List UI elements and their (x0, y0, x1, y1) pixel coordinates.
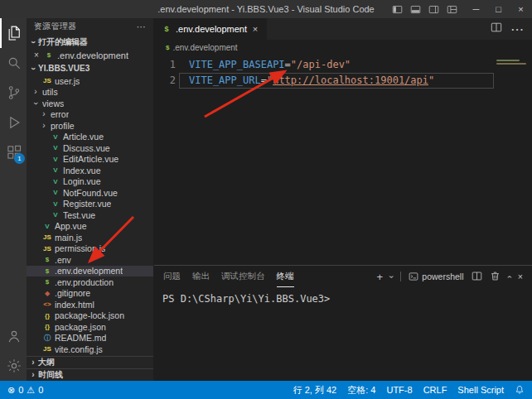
code-lines: VITE_APP_BASEAPI="/api-dev"VITE_APP_URL=… (179, 57, 494, 265)
run-debug-icon[interactable] (0, 108, 27, 137)
project-header[interactable]: › YI.BBS.VUE3 (27, 61, 153, 75)
status-item[interactable]: 空格: 4 (347, 384, 375, 397)
new-terminal-icon[interactable]: + (376, 272, 383, 282)
tree-item-README.md[interactable]: ⓘREADME.md (27, 333, 153, 344)
file-name: vite.config.js (55, 344, 103, 354)
tree-item-Test.vue[interactable]: VTest.vue (27, 209, 153, 221)
close-panel-icon[interactable]: × (518, 272, 523, 281)
panel-tab-问题[interactable]: 问题 (163, 267, 181, 287)
timeline-section[interactable]: › 时间线 (27, 369, 153, 381)
source-control-icon[interactable] (0, 78, 27, 108)
tree-item-Index.vue[interactable]: VIndex.vue (27, 165, 153, 176)
split-editor-icon[interactable] (491, 22, 502, 36)
tree-item-package.json[interactable]: {}package.json (27, 321, 153, 333)
tree-item-.gitignore[interactable]: ◆.gitignore (27, 288, 153, 300)
status-item[interactable]: 行 2, 列 42 (293, 384, 337, 397)
settings-gear-icon[interactable] (0, 351, 27, 381)
open-editors-header[interactable]: › 打开的编辑器 (27, 35, 153, 49)
tree-item-EditArticle.vue[interactable]: VEditArticle.vue (27, 154, 153, 166)
breadcrumb[interactable]: $ .env.development (154, 40, 532, 55)
file-name: .env.development (55, 266, 123, 276)
close-editor-icon[interactable]: × (32, 50, 41, 60)
code-editor[interactable]: 12 VITE_APP_BASEAPI="/api-dev"VITE_APP_U… (154, 55, 532, 265)
minimize-icon[interactable]: ─ (465, 0, 487, 18)
panel-tab-输出[interactable]: 输出 (192, 267, 210, 287)
html-file-icon: <> (42, 300, 52, 308)
sidebar-bottom-sections: › 大纲 › 时间线 (27, 356, 153, 381)
toggle-sidebar-icon[interactable] (389, 1, 405, 17)
terminal-content[interactable]: PS D:\CSharp\Yi\Yi.BBS.Vue3> (154, 287, 532, 381)
notifications-bell-icon[interactable] (515, 385, 525, 395)
close-tab-icon[interactable]: × (251, 24, 259, 34)
tree-item-Discuss.vue[interactable]: VDiscuss.vue (27, 142, 153, 154)
split-terminal-icon[interactable] (472, 271, 482, 283)
tree-item-NotFound.vue[interactable]: VNotFound.vue (27, 187, 153, 199)
shell-file-icon: $ (42, 267, 52, 275)
extensions-icon[interactable]: 1 (0, 137, 27, 167)
tree-item-utils[interactable]: ›utils (27, 87, 153, 99)
json-file-icon: {} (42, 323, 52, 330)
warning-icon: ⚠ (27, 385, 35, 396)
tree-item-vite.config.js[interactable]: JSvite.config.js (27, 344, 153, 355)
more-actions-icon[interactable]: ⋯ (137, 22, 146, 32)
tree-item-index.html[interactable]: <>index.html (27, 299, 153, 310)
terminal-dropdown-icon[interactable]: › (387, 275, 396, 277)
chevron-down-icon: › (29, 65, 37, 73)
code-token: " (428, 75, 434, 86)
editor-actions: ⋯ (491, 18, 532, 40)
panel-tab-调试控制台[interactable]: 调试控制台 (221, 267, 265, 287)
vscode-window: .env.development - Yi.BBS.Vue3 - Visual … (0, 0, 532, 399)
status-bar: ⊗ 0 ⚠ 0 行 2, 列 42空格: 4UTF-8CRLFShell Scr… (0, 381, 532, 399)
outline-section[interactable]: › 大纲 (27, 357, 153, 369)
tree-item-App.vue[interactable]: VApp.vue (27, 221, 153, 233)
status-item[interactable]: UTF-8 (386, 385, 412, 395)
file-name: App.vue (55, 221, 87, 231)
tree-item-.env.development[interactable]: $.env.development (27, 266, 153, 277)
editor-group: $ .env.development × ⋯ $ .env.developmen… (154, 18, 532, 381)
trash-icon[interactable] (490, 271, 501, 283)
tree-item-.env.production[interactable]: $.env.production (27, 276, 153, 288)
account-icon[interactable] (0, 321, 27, 351)
code-token: VITE_APP_URL (189, 75, 261, 86)
tree-item-Register.vue[interactable]: VRegister.vue (27, 199, 153, 210)
tree-item-main.js[interactable]: JSmain.js (27, 232, 153, 243)
code-line-2[interactable]: VITE_APP_URL="http://localhost:19001/api… (179, 73, 494, 89)
tree-item-permission.js[interactable]: JSpermission.js (27, 243, 153, 255)
file-name: Discuss.vue (63, 143, 110, 153)
file-name: .env.production (55, 277, 114, 287)
more-actions-icon[interactable]: ⋯ (510, 22, 524, 37)
status-item[interactable]: Shell Script (457, 385, 504, 395)
close-icon[interactable]: × (510, 0, 532, 18)
minimap[interactable] (494, 57, 532, 265)
open-editor-item[interactable]: × $ .env.development (27, 49, 153, 61)
tree-item-Article.vue[interactable]: VArticle.vue (27, 132, 153, 143)
js-file-icon: JS (42, 345, 52, 353)
tab-env-development[interactable]: $ .env.development × (154, 18, 267, 40)
customize-layout-icon[interactable] (444, 1, 460, 17)
code-line-1[interactable]: VITE_APP_BASEAPI="/api-dev" (179, 57, 494, 73)
workbench: 1 资源管理器 ⋯ › 打开的编辑器 × (0, 18, 532, 381)
explorer-icon[interactable] (0, 18, 27, 48)
vue-file-icon: V (51, 189, 60, 196)
tree-item-views[interactable]: ›views (27, 98, 153, 109)
tree-item-user.js[interactable]: JSuser.js (27, 75, 153, 87)
panel-tab-终端[interactable]: 终端 (277, 267, 294, 287)
search-icon[interactable] (0, 48, 27, 78)
explorer-sidebar: 资源管理器 ⋯ › 打开的编辑器 × $ .env.development › … (27, 18, 154, 381)
toggle-secondary-sidebar-icon[interactable] (426, 1, 442, 17)
status-item[interactable]: CRLF (423, 385, 447, 395)
terminal-profile[interactable]: powershell (409, 272, 463, 281)
problems-status[interactable]: ⊗ 0 ⚠ 0 (7, 385, 43, 396)
tree-item-profile[interactable]: ›profile (27, 120, 153, 132)
toggle-panel-icon[interactable] (408, 1, 423, 17)
tree-item-package-lock.json[interactable]: {}package-lock.json (27, 310, 153, 322)
code-token: http://localhost:19001/api (273, 75, 428, 86)
tree-item-error[interactable]: ›error (27, 109, 153, 121)
outline-label: 大纲 (38, 357, 55, 368)
divider (400, 272, 401, 281)
maximize-panel-icon[interactable]: › (505, 275, 514, 277)
maximize-icon[interactable]: □ (487, 0, 510, 18)
tree-item-Login.vue[interactable]: VLogin.vue (27, 176, 153, 188)
tree-item-.env[interactable]: $.env (27, 254, 153, 266)
file-tree: JSuser.js›utils›views›error›profileVArti… (27, 75, 153, 356)
